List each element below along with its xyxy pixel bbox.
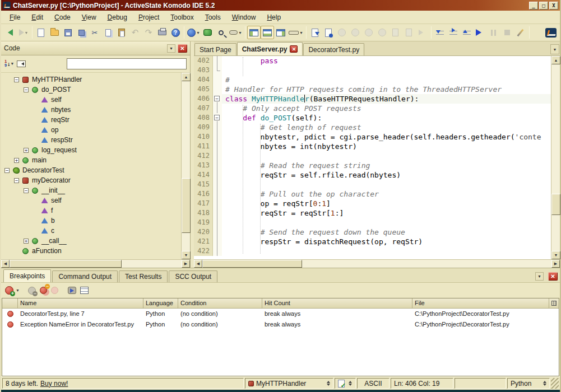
panel-close-button[interactable]: ✕ — [178, 44, 187, 53]
fold-margin[interactable] — [213, 170, 222, 180]
scroll-right-arrow[interactable]: ▶ — [551, 260, 560, 268]
scroll-left-arrow[interactable]: ◀ — [1, 260, 10, 268]
code-line-404[interactable]: 404# — [194, 75, 551, 85]
fold-margin[interactable] — [213, 75, 222, 85]
toolbox-bar-dropdown[interactable]: ▼ — [299, 31, 303, 35]
fold-margin[interactable]: − — [213, 113, 222, 123]
code-line-407[interactable]: 407 # Only accept POST requests — [194, 104, 551, 113]
title-bar[interactable]: ChatServer.py [C:\PythonProject] - Activ… — [1, 0, 560, 11]
close-button[interactable]: X — [549, 2, 558, 10]
collapse-box[interactable]: − — [24, 87, 29, 92]
tree-hscroll-thumb[interactable] — [10, 260, 122, 268]
clear-session-button[interactable] — [362, 26, 375, 39]
code-line-416[interactable]: 416 # Pull out the op character — [194, 189, 551, 199]
menu-file[interactable]: File — [4, 12, 25, 23]
panel-menu-dropdown[interactable]: ▼ — [167, 44, 175, 53]
tree-item-log-request[interactable]: +log_request — [1, 145, 181, 155]
fold-margin[interactable] — [213, 237, 222, 246]
tree-item-self[interactable]: self — [1, 95, 181, 105]
tab-decoratortest-py[interactable]: DecoratorTest.py — [303, 43, 364, 55]
save-button[interactable] — [61, 26, 75, 39]
tree-item-b[interactable]: b — [1, 216, 181, 226]
scroll-up-arrow[interactable]: ▲ — [551, 56, 560, 64]
debug-new-session-button[interactable] — [322, 26, 335, 39]
code-line-406[interactable]: 406−class MyHTTPHandler(BaseHTTPRequestH… — [194, 94, 551, 104]
buy-now-link[interactable]: Buy now! — [40, 380, 68, 388]
find-button[interactable] — [215, 26, 228, 39]
code-line-403[interactable]: 403 — [194, 66, 551, 75]
fold-collapse-box[interactable]: − — [214, 96, 220, 101]
komodo-logo-button[interactable] — [544, 26, 558, 39]
resize-grip[interactable] — [551, 378, 559, 389]
tree-item-op[interactable]: op — [1, 125, 181, 135]
code-line-410[interactable]: 410 nbytestr, pdict = cgi.parse_header(s… — [194, 132, 551, 142]
editor-horizontal-scrollbar[interactable]: ◀ ▶ — [194, 259, 560, 268]
stop-button[interactable] — [500, 26, 514, 39]
collapse-box[interactable]: − — [14, 178, 19, 183]
code-line-419[interactable]: 419 — [194, 218, 551, 227]
fold-margin[interactable] — [213, 104, 222, 113]
sort-order-button[interactable]: 19 ↓▼ — [4, 60, 13, 68]
code-line-415[interactable]: 415 — [194, 180, 551, 189]
tab-start-page[interactable]: Start Page — [194, 43, 237, 55]
scroll-down-arrow[interactable]: ▼ — [182, 251, 191, 259]
tab-close-button[interactable]: ✕ — [290, 45, 298, 53]
breakpoint-row[interactable]: DecoratorTest.py, line 7Python(no condit… — [2, 309, 559, 319]
fold-margin[interactable] — [213, 246, 222, 256]
forward-dropdown[interactable]: ▼ — [25, 31, 29, 35]
add-breakpoint-dropdown[interactable]: ▼ — [16, 288, 20, 292]
save-all-button[interactable] — [75, 26, 88, 39]
open-file-button[interactable] — [48, 26, 61, 39]
show-bottom-pane-button[interactable] — [261, 26, 274, 39]
go-to-source-button[interactable] — [68, 287, 76, 294]
print-button[interactable] — [155, 26, 169, 39]
tree-scroll-thumb[interactable] — [182, 178, 191, 233]
editor-vertical-scrollbar[interactable]: ▲ ▼ — [551, 56, 560, 259]
syntax-check-section[interactable] — [335, 378, 356, 389]
column-header-language[interactable]: Language — [143, 298, 178, 308]
tree-item-reqstr[interactable]: reqStr — [1, 115, 181, 125]
minimize-button[interactable]: _ — [529, 2, 538, 10]
fold-margin[interactable] — [213, 56, 222, 66]
symbol-filter-input[interactable] — [67, 58, 187, 69]
menu-project[interactable]: Project — [133, 12, 164, 23]
preview-in-browser-dropdown[interactable]: ▼ — [196, 31, 200, 35]
scroll-up-arrow[interactable]: ▲ — [182, 73, 191, 81]
code-line-414[interactable]: 414 reqStr = self.rfile.read(nbytes) — [194, 170, 551, 180]
collapse-box[interactable]: − — [4, 168, 10, 173]
fold-margin[interactable] — [213, 151, 222, 161]
menu-window[interactable]: Window — [227, 12, 261, 23]
expand-box[interactable]: + — [24, 148, 29, 153]
new-file-button[interactable] — [34, 26, 48, 39]
menu-toolbox[interactable]: Toolbox — [165, 12, 198, 23]
code-line-413[interactable]: 413 # Read the request string — [194, 161, 551, 170]
menu-help[interactable]: Help — [262, 12, 286, 23]
step-in-button[interactable] — [433, 26, 447, 39]
stop-debugging-button[interactable] — [349, 26, 362, 39]
cut-button[interactable]: ✂ — [88, 26, 101, 39]
tab-list-dropdown[interactable]: ▼ — [550, 44, 559, 54]
add-breakpoint-button[interactable]: ▼ — [5, 286, 20, 295]
menu-debug[interactable]: Debug — [103, 12, 132, 23]
output-panel-dropdown[interactable]: ▼ — [535, 272, 544, 281]
back-button[interactable] — [3, 26, 17, 39]
record-macro-button[interactable]: ▼ — [228, 26, 243, 39]
attach-process-button[interactable] — [416, 26, 429, 39]
tree-item--init-[interactable]: −__init__ — [1, 185, 181, 195]
fold-margin[interactable] — [213, 180, 222, 189]
tree-horizontal-scrollbar[interactable]: ◀ ▶ — [1, 259, 190, 268]
output-tab-command-output[interactable]: Command Output — [52, 270, 118, 282]
code-line-405[interactable]: 405# Handler for HTTP requests coming in… — [194, 85, 551, 94]
expand-box[interactable]: + — [24, 239, 29, 244]
menu-tools[interactable]: Tools — [200, 12, 226, 23]
editor-scroll-thumb[interactable] — [551, 194, 560, 215]
help-button[interactable]: ? — [169, 26, 182, 39]
run-script-button[interactable] — [474, 26, 487, 39]
code-line-411[interactable]: 411 nbytes = int(nbytestr) — [194, 142, 551, 151]
maximize-button[interactable]: □ — [539, 2, 548, 10]
code-line-409[interactable]: 409 # Get length of request — [194, 123, 551, 132]
code-line-417[interactable]: 417 op = reqStr[0:1] — [194, 199, 551, 208]
code-editor[interactable]: 402 pass403404#405# Handler for HTTP req… — [194, 56, 551, 259]
copy-button[interactable] — [101, 26, 115, 39]
code-line-420[interactable]: 420 # Send the request down the queue — [194, 227, 551, 237]
